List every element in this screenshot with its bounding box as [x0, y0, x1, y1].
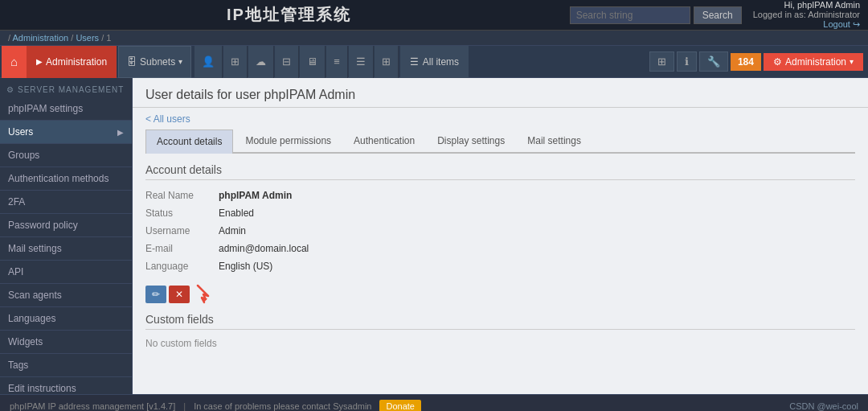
account-details-table: Real Name phpIPAM Admin Status Enabled U…	[145, 187, 313, 275]
footer: phpIPAM IP address management [v1.4.7] |…	[0, 394, 868, 411]
footer-separator: |	[183, 401, 186, 411]
no-custom-fields-message: No custom fields	[145, 335, 855, 352]
footer-support: In case of problems please contact Sysad…	[194, 401, 371, 411]
content-area: User details for user phpIPAM Admin < Al…	[133, 78, 868, 394]
admin-nav-button[interactable]: ▶ Administration	[27, 46, 117, 78]
nav-icon-cloud[interactable]: ☁	[248, 46, 274, 78]
field-value-username: Admin	[214, 222, 313, 240]
nav-icon-person[interactable]: 👤	[194, 46, 223, 78]
search-button[interactable]: Search	[694, 6, 742, 24]
sidebar-item-password-policy[interactable]: Password policy	[0, 214, 132, 237]
nav-icon-grid[interactable]: ⊞	[223, 46, 248, 78]
nav-icon-table[interactable]: ⊞	[375, 46, 399, 78]
field-label-username: Username	[145, 222, 214, 240]
sidebar-item-tags[interactable]: Tags	[0, 354, 132, 377]
field-label-realname: Real Name	[145, 187, 214, 204]
subnets-label: Subnets	[140, 56, 175, 68]
tab-display-settings[interactable]: Display settings	[427, 129, 515, 152]
tab-module-permissions[interactable]: Module permissions	[235, 129, 342, 152]
nav-icon-minus[interactable]: ⊟	[275, 46, 299, 78]
field-label-status: Status	[145, 204, 214, 222]
nav-tools-button[interactable]: 🔧	[699, 51, 728, 72]
chevron-down-icon: ▾	[178, 57, 182, 66]
sidebar-item-users[interactable]: Users ▶	[0, 121, 132, 144]
nav-right-buttons: ⊞ ℹ 🔧 184 ⚙ Administration ▾	[649, 51, 863, 72]
breadcrumb-id: 1	[106, 33, 111, 43]
nav-icon-bars[interactable]: ☰	[349, 46, 374, 78]
chevron-down-nav-icon: ▾	[850, 57, 854, 66]
logout-link[interactable]: Logout ↪	[753, 19, 860, 30]
nav-admin-button[interactable]: ⚙ Administration ▾	[764, 53, 863, 71]
sidebar-item-languages[interactable]: Languages	[0, 307, 132, 331]
tab-authentication[interactable]: Authentication	[343, 129, 425, 152]
all-items-icon: ☰	[410, 56, 419, 68]
page-title: IP地址管理系统	[8, 4, 570, 26]
field-value-status: Enabled	[214, 204, 313, 222]
user-info: Hi, phpIPAM Admin Logged in as: Administ…	[753, 0, 860, 30]
field-label-language: Language	[145, 257, 214, 275]
x-icon: ✕	[175, 289, 183, 300]
sidebar-item-2fa[interactable]: 2FA	[0, 191, 132, 214]
pencil-icon: ✏	[152, 289, 160, 300]
table-row: Language English (US)	[145, 257, 313, 275]
logged-in-as: Logged in as: Administrator	[753, 10, 860, 19]
donate-button[interactable]: Donate	[379, 400, 420, 412]
sidebar-item-widgets[interactable]: Widgets	[0, 331, 132, 354]
breadcrumb: / Administration / Users / 1	[0, 31, 868, 46]
sidebar-item-edit-instructions[interactable]: Edit instructions	[0, 377, 132, 394]
sidebar-item-auth-methods[interactable]: Authentication methods	[0, 167, 132, 191]
sidebar-item-api[interactable]: API	[0, 261, 132, 284]
search-input[interactable]	[570, 6, 690, 24]
table-row: Username Admin	[145, 222, 313, 240]
logout-label: Logout	[823, 19, 850, 29]
sidebar-section-title: ⚙ SERVER MANAGEMENT	[0, 78, 132, 97]
nav-info-button[interactable]: ℹ	[677, 51, 697, 72]
table-row: E-mail admin@domain.local	[145, 240, 313, 257]
sidebar-item-mail-settings[interactable]: Mail settings	[0, 237, 132, 261]
home-icon: ⌂	[10, 55, 18, 68]
table-row: Status Enabled	[145, 204, 313, 222]
nav-icon-list[interactable]: ≡	[326, 46, 348, 78]
chevron-right-sidebar-icon: ▶	[117, 128, 124, 137]
account-details-title: Account details	[145, 163, 855, 180]
subnets-icon: 🗄	[127, 56, 137, 68]
footer-left: phpIPAM IP address management [v1.4.7] |…	[10, 400, 421, 412]
user-greeting: Hi, phpIPAM Admin	[753, 0, 860, 10]
logout-icon: ↪	[853, 19, 860, 29]
breadcrumb-admin[interactable]: Administration	[13, 33, 69, 43]
sidebar: ⚙ SERVER MANAGEMENT phpIPAM settings Use…	[0, 78, 133, 394]
nav-grid-view[interactable]: ⊞	[649, 51, 674, 72]
back-link[interactable]: < All users	[145, 113, 855, 125]
sidebar-item-phpipam-settings[interactable]: phpIPAM settings	[0, 97, 132, 121]
nav-icons-row: 👤 ⊞ ☁ ⊟ 🖥 ≡ ☰ ⊞	[194, 46, 399, 78]
svg-marker-0	[201, 298, 207, 302]
field-label-email: E-mail	[145, 240, 214, 257]
delete-button[interactable]: ✕	[169, 286, 190, 303]
subnets-nav[interactable]: 🗄 Subnets ▾	[118, 46, 191, 78]
action-buttons-row: ✏ ✕	[145, 282, 855, 306]
field-value-realname: phpIPAM Admin	[214, 187, 313, 204]
settings-icon: ⚙	[6, 85, 14, 94]
edit-button[interactable]: ✏	[145, 286, 166, 303]
admin-nav-label: Administration	[46, 56, 107, 68]
custom-fields-section: Custom fields No custom fields	[145, 313, 855, 352]
breadcrumb-users[interactable]: Users	[76, 33, 99, 43]
search-area: Search	[570, 6, 742, 24]
red-arrow-icon	[194, 282, 218, 304]
content-header: User details for user phpIPAM Admin	[133, 78, 868, 108]
sidebar-item-groups[interactable]: Groups	[0, 144, 132, 167]
field-value-email: admin@domain.local	[214, 240, 313, 257]
nav-badge[interactable]: 184	[731, 53, 761, 71]
tab-mail-settings[interactable]: Mail settings	[517, 129, 592, 152]
nav-admin-label: Administration	[785, 56, 846, 68]
table-row: Real Name phpIPAM Admin	[145, 187, 313, 204]
all-items-label: All items	[423, 56, 459, 68]
nav-icon-monitor[interactable]: 🖥	[300, 46, 326, 78]
home-button[interactable]: ⌂	[2, 46, 27, 78]
tab-account-details[interactable]: Account details	[145, 129, 233, 154]
footer-credit: CSDN @wei-cool	[789, 401, 858, 411]
all-items-nav[interactable]: ☰ All items	[400, 46, 469, 78]
custom-fields-title: Custom fields	[145, 313, 855, 330]
sidebar-item-scan-agents[interactable]: Scan agents	[0, 284, 132, 307]
gear-icon: ⚙	[773, 56, 782, 68]
